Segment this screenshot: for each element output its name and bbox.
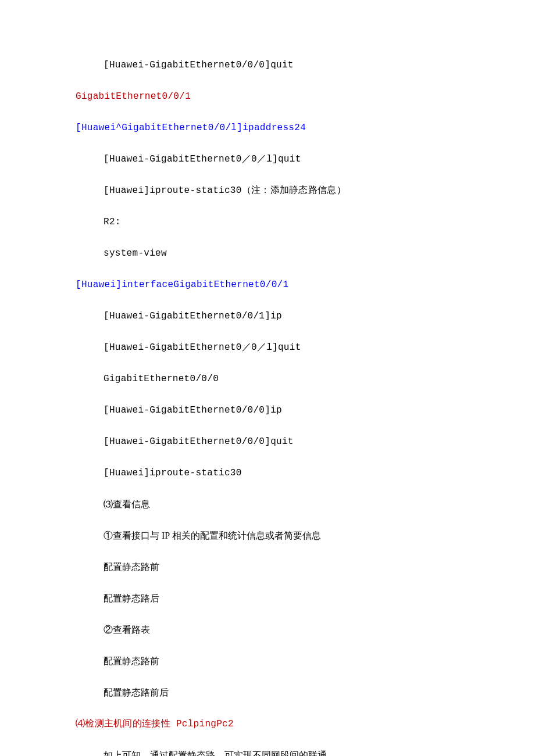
code-line: [Huawei]interfaceGigabitEthernet0/0/1 [76, 278, 459, 292]
code-line: [Huawei-GigabitEthernet0/0/1]ip [76, 309, 459, 323]
document-body: [Huawei-GigabitEthernet0/0/0]quit Gigabi… [0, 58, 535, 756]
code-line: [Huawei-GigabitEthernet0/0/0]quit [76, 435, 459, 449]
code-line: GigabitEthernet0/0/0 [76, 372, 459, 386]
text-line: 配置静态路后 [76, 592, 459, 605]
text-line: ①查看接口与 IP 相关的配置和统计信息或者简要信息 [76, 529, 459, 543]
code-line: [Huawei]iproute-static30 [76, 466, 459, 480]
text-line: 如上可知，通过配置静态路，可实现不同网段间的联通。 [76, 748, 459, 756]
code-line: [Huawei-GigabitEthernet0／0／l]quit [76, 341, 459, 354]
code-line: R2: [76, 215, 459, 229]
text-line: 配置静态路前 [76, 560, 459, 574]
text-line: 配置静态路前后 [76, 686, 459, 700]
text-line: ②查看路表 [76, 623, 459, 637]
text-line: ⑶查看信息 [76, 497, 459, 511]
text-line: 配置静态路前 [76, 654, 459, 668]
code-line: [Huawei^GigabitEthernet0/0/l]ipaddress24 [76, 121, 459, 135]
code-line: [Huawei-GigabitEthernet0/0/0]quit [76, 58, 459, 72]
code-line: [Huawei]iproute-static30（注：添加静态路信息） [76, 184, 459, 198]
code-line: [Huawei-GigabitEthernet0／0／l]quit [76, 152, 459, 166]
code-line: system-view [76, 246, 459, 260]
code-line: ⑷检测主机间的连接性 PclpingPc2 [76, 717, 459, 731]
code-line: GigabitEthernet0/0/1 [76, 89, 459, 103]
code-line: [Huawei-GigabitEthernet0/0/0]ip [76, 403, 459, 417]
